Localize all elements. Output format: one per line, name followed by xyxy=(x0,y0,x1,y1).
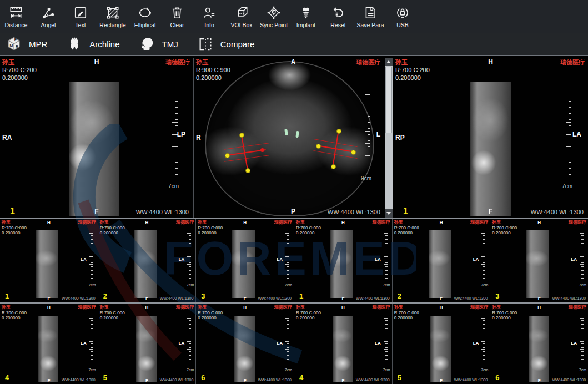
viewport-axial[interactable]: 孙玉 瑞德医疗 R:900 C:900 0.200000 A P R L 9cm… xyxy=(193,58,393,218)
scale-ruler xyxy=(481,233,485,281)
archline-mode-button[interactable]: Archline xyxy=(66,36,119,53)
viewport-tmj-slice[interactable]: 孙玉 瑞德医疗 R:700 C:000 0.200000 H F LA 7cm … xyxy=(195,304,294,384)
compare-mode-button[interactable]: Compare xyxy=(197,36,255,53)
orientation-top: A xyxy=(194,59,393,67)
slice-number: 1 xyxy=(299,292,303,301)
scrollbar-thumb[interactable] xyxy=(385,67,392,133)
viewport-tmj-slice[interactable]: 孙玉 瑞德医疗 R:700 C:000 0.200000 H F LA 7cm … xyxy=(294,304,392,384)
window-level: WW:4400 WL:1300 xyxy=(258,378,292,382)
tool-label: Elliptical xyxy=(134,22,156,28)
ct-image xyxy=(330,230,353,299)
viewport-tmj-slice[interactable]: 孙玉 瑞德医疗 R:700 C:000 0.200000 H F LA 7cm … xyxy=(98,304,196,384)
tmj-handle-point[interactable] xyxy=(239,133,244,138)
tmj-arrow-point[interactable] xyxy=(260,148,264,152)
scroll-up-button[interactable] xyxy=(385,58,393,66)
window-level: WW:4400 WL:1300 xyxy=(531,209,584,216)
svg-text:M: M xyxy=(10,43,13,47)
viewport-tmj-slice[interactable]: 孙玉 瑞德医疗 R:700 C:000 0.200000 H F LA 7cm … xyxy=(294,219,392,302)
tool-label: Info xyxy=(204,22,214,28)
window-level: WW:4400 WL:1300 xyxy=(258,296,292,301)
mode-label: Compare xyxy=(220,39,255,49)
viewport-tmj-slice[interactable]: 孙玉 瑞德医疗 R:700 C:000 0.200000 H F LA 7cm … xyxy=(98,219,196,302)
reset-button[interactable]: Reset xyxy=(322,0,354,33)
orientation-right: LA xyxy=(571,257,577,262)
svg-text:P: P xyxy=(14,38,17,42)
viewport-tmj-slice[interactable]: 孙玉 瑞德医疗 R:700 C:000 0.200000 H F LA 7cm … xyxy=(195,219,294,302)
ct-image xyxy=(333,316,353,382)
window-level: WW:4400 WL:1300 xyxy=(62,378,96,382)
viewport-coronal-left[interactable]: 孙玉 瑞德医疗 R:700 C:200 0.200000 H F RA LP 7… xyxy=(0,58,193,218)
scale-value: 0.200000 xyxy=(100,230,118,235)
tmj-handle-point[interactable] xyxy=(331,164,336,169)
slice-number: 5 xyxy=(103,374,107,382)
tmj-handle-point[interactable] xyxy=(336,129,341,134)
slice-number: 4 xyxy=(5,374,9,382)
tmj-handle-point[interactable] xyxy=(225,153,230,158)
orientation-right: LA xyxy=(81,341,87,346)
orientation-right: LA xyxy=(473,341,479,346)
rectangle-button[interactable]: Rectangle xyxy=(97,0,129,33)
window-params: R:700 C:000 xyxy=(100,310,125,315)
viewport-tmj-slice[interactable]: 孙玉 瑞德医疗 R:700 C:000 0.200000 H F LA 7cm … xyxy=(490,219,588,302)
person-info-icon xyxy=(202,6,217,20)
orientation-top: H xyxy=(490,220,588,225)
scroll-down-button[interactable] xyxy=(385,209,393,218)
scale-value: 0.200000 xyxy=(2,315,20,320)
scroll-down-icon xyxy=(386,212,391,215)
mode-toolbar: P M R MPR Archline TMJ Compare xyxy=(0,33,588,56)
orientation-top: H xyxy=(0,305,98,310)
viewport-tmj-slice[interactable]: 孙玉 瑞德医疗 R:700 C:000 0.200000 H F LA 7cm … xyxy=(0,304,98,384)
window-params: R:700 C:000 xyxy=(394,310,419,315)
tmj-handle-point[interactable] xyxy=(351,150,356,155)
viewport-tmj-slice[interactable]: 孙玉 瑞德医疗 R:700 C:000 0.200000 H F LA 7cm … xyxy=(490,304,588,384)
info-button[interactable]: Info xyxy=(193,0,225,33)
mpr-mode-button[interactable]: P M R MPR xyxy=(6,36,47,53)
orientation-right: L xyxy=(376,131,380,139)
orientation-right: LA xyxy=(375,341,381,346)
ruler-label: 7cm xyxy=(579,283,586,287)
tool-label: VOI Box xyxy=(230,22,252,28)
orientation-right: LA xyxy=(572,131,581,139)
ct-image xyxy=(529,316,549,382)
tmj-handle-point[interactable] xyxy=(316,144,321,149)
sync-point-button[interactable]: Sync Point xyxy=(258,0,290,33)
text-button[interactable]: Text xyxy=(64,0,97,33)
window-level: WW:4400 WL:1300 xyxy=(552,378,586,382)
mpr-cube-icon: P M R xyxy=(6,36,22,53)
orientation-right: LA xyxy=(81,257,87,262)
viewport-tmj-slice[interactable]: 孙玉 瑞德医疗 R:700 C:000 0.200000 H F LA 7cm … xyxy=(392,304,490,384)
slice-scrollbar[interactable] xyxy=(385,58,393,218)
scale-ruler xyxy=(187,318,191,366)
elliptical-button[interactable]: Elliptical xyxy=(129,0,161,33)
tooth-icon xyxy=(66,36,83,53)
window-params: R:700 C:000 xyxy=(492,310,517,315)
save-para-button[interactable]: Save Para xyxy=(354,0,386,33)
viewport-tmj-slice[interactable]: 孙玉 瑞德医疗 R:700 C:000 0.200000 H F LA 7cm … xyxy=(392,219,490,302)
trash-icon xyxy=(170,6,184,20)
scale-ruler xyxy=(285,318,289,366)
scale-value: 0.200000 xyxy=(296,315,314,320)
tmj-mode-button[interactable]: TMJ xyxy=(139,36,178,53)
implant-button[interactable]: Implant xyxy=(290,0,322,33)
voi-box-button[interactable]: VOI Box xyxy=(225,0,258,33)
window-params: R:700 C:000 xyxy=(2,310,27,315)
usb-button[interactable]: USB xyxy=(386,0,419,33)
orientation-right: LP xyxy=(177,131,185,139)
scale-value: 0.200000 xyxy=(100,315,118,320)
viewport-tmj-slice[interactable]: 孙玉 瑞德医疗 R:700 C:000 0.200000 H F LA 7cm … xyxy=(0,219,98,302)
orientation-right: LA xyxy=(375,257,381,262)
row-large: 孙玉 瑞德医疗 R:700 C:200 0.200000 H F RA LP 7… xyxy=(0,58,588,218)
orientation-top: H xyxy=(196,220,294,225)
ruler-label: 7cm xyxy=(88,283,96,287)
tmj-handle-point[interactable] xyxy=(245,168,250,173)
window-params: R:700 C:000 xyxy=(296,225,321,230)
window-level: WW:4400 WL:1300 xyxy=(356,378,390,382)
ct-image xyxy=(69,82,119,216)
angle-button[interactable]: Angel xyxy=(32,0,64,33)
distance-button[interactable]: Distance xyxy=(0,0,32,33)
ct-image xyxy=(526,230,549,299)
window-params: R:700 C:000 xyxy=(492,225,517,230)
viewport-coronal-right[interactable]: 孙玉 瑞德医疗 R:700 C:200 0.200000 H F RP LA 7… xyxy=(393,58,588,218)
row-divider xyxy=(0,302,588,304)
clear-button[interactable]: Clear xyxy=(161,0,193,33)
